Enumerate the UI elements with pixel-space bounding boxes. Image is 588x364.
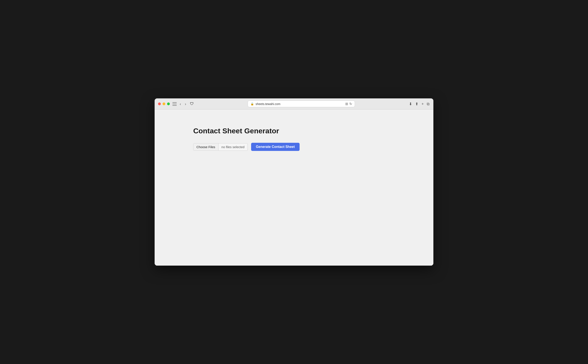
page-title: Contact Sheet Generator [193,127,433,135]
minimize-button[interactable] [163,103,165,105]
choose-files-button[interactable]: Choose Files [193,143,219,150]
sidebar-toggle-icon[interactable] [172,102,177,106]
reload-icon[interactable]: ↻ [349,102,352,106]
traffic-lights [158,103,170,105]
maximize-button[interactable] [167,103,170,105]
browser-controls: ‹ › [172,102,187,106]
address-bar-container[interactable]: 🔒 ⊞ ↻ [248,101,355,107]
browser-window: ‹ › 🛡 🔒 ⊞ ↻ ⬇ ⬆ + ⧉ Contact Sheet Genera… [155,98,433,266]
download-button[interactable]: ⬇ [409,102,412,106]
browser-chrome: ‹ › 🛡 🔒 ⊞ ↻ ⬇ ⬆ + ⧉ [155,98,433,110]
browser-actions: ⬇ ⬆ + ⧉ [409,102,430,106]
generate-contact-sheet-button[interactable]: Generate Contact Sheet [251,143,299,151]
close-button[interactable] [158,103,161,105]
translate-icon[interactable]: ⊞ [345,102,348,106]
file-input-wrapper[interactable]: Choose Files no files selected [193,143,248,151]
share-button[interactable]: ⬆ [415,102,419,106]
back-button[interactable]: ‹ [178,102,182,106]
lock-icon: 🔒 [250,102,254,105]
shield-icon[interactable]: 🛡 [190,102,194,106]
browser-content: Contact Sheet Generator Choose Files no … [155,110,433,266]
forward-button[interactable]: › [183,102,187,106]
address-bar[interactable] [256,102,344,106]
new-tab-button[interactable]: + [421,102,424,106]
tabs-overview-button[interactable]: ⧉ [426,102,430,106]
file-input-row: Choose Files no files selected Generate … [193,143,433,151]
no-files-label: no files selected [219,143,248,150]
address-bar-actions: ⊞ ↻ [345,102,352,106]
